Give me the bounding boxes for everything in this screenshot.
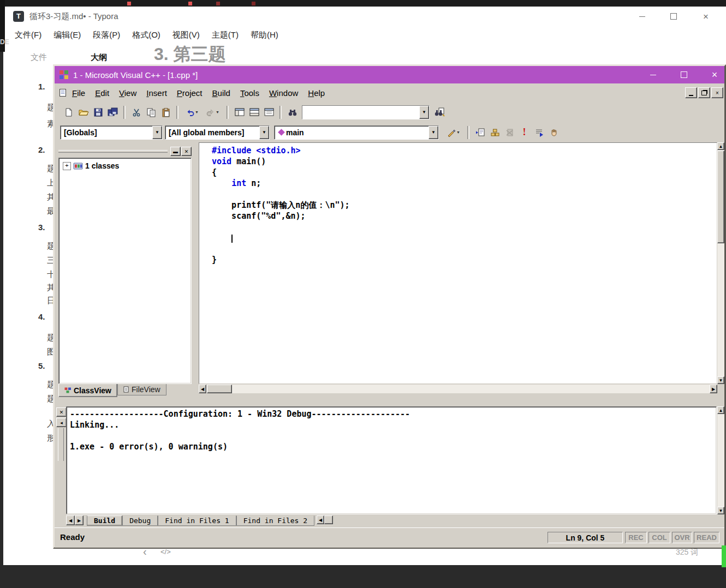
go-icon[interactable] (532, 125, 546, 140)
tab-scroll-left-arrow[interactable]: ◀ (66, 515, 75, 525)
build-icon[interactable] (487, 125, 502, 140)
document-icon[interactable] (58, 88, 67, 97)
typora-menu-item[interactable]: 主题(T) (206, 30, 245, 40)
find-tool-icon[interactable] (285, 105, 300, 119)
typora-minimize-button[interactable] (629, 7, 654, 26)
vcpp-menu-build[interactable]: Build (207, 88, 235, 98)
save-icon[interactable] (91, 105, 105, 119)
output-window-icon[interactable] (247, 105, 261, 119)
new-file-icon[interactable] (61, 105, 76, 119)
typora-menu-item[interactable]: 帮助(H) (245, 30, 284, 40)
undo-icon[interactable]: ▼ (182, 105, 203, 119)
typora-sidebar-tab-outline[interactable]: 大纲 (91, 52, 107, 63)
typora-titlebar[interactable]: T 循环3-习题.md• - Typora × (3, 7, 726, 26)
window-list-icon[interactable] (261, 105, 276, 119)
horizontal-splitter[interactable] (55, 399, 724, 406)
copy-icon[interactable] (144, 105, 158, 119)
vcpp-menu-tools[interactable]: Tools (235, 88, 264, 98)
chevron-down-icon[interactable]: ▼ (259, 126, 269, 139)
scroll-left-arrow[interactable]: ◀ (199, 385, 206, 393)
workspace-close-button[interactable]: ✕ (181, 147, 192, 156)
outline-item-fragment[interactable]: 1. (38, 82, 45, 91)
pane-drag-grip[interactable] (58, 428, 64, 461)
classview-tree[interactable]: + 1 classes (58, 158, 192, 384)
chevron-down-icon[interactable]: ▼ (195, 110, 199, 114)
members-combo[interactable]: [All global members] ▼ (165, 125, 270, 140)
output-tab-find-in-files-1[interactable]: Find in Files 1 (158, 515, 236, 526)
compile-icon[interactable] (473, 125, 487, 140)
vcpp-titlebar[interactable]: 1 - Microsoft Visual C++ - [1.cpp *] × (55, 66, 724, 83)
tab-classview[interactable]: ClassView (58, 384, 117, 397)
search-in-files-icon[interactable] (432, 105, 447, 119)
scrollbar-thumb[interactable] (207, 385, 232, 393)
scroll-up-arrow[interactable]: ▲ (717, 142, 724, 150)
chevron-down-icon[interactable]: ▼ (152, 126, 162, 139)
output-tab-debug[interactable]: Debug (122, 515, 158, 526)
vcpp-minimize-button[interactable] (643, 66, 663, 83)
output-tab-find-in-files-2[interactable]: Find in Files 2 (236, 515, 314, 526)
workspace-window-icon[interactable] (232, 105, 247, 119)
vcpp-menu-window[interactable]: Window (264, 88, 303, 98)
outline-item-fragment[interactable]: 4. (38, 312, 45, 321)
typora-scrollbar-thumb[interactable] (722, 545, 726, 567)
tab-scroll-right-arrow[interactable]: ▶ (75, 515, 84, 525)
breakpoint-hand-icon[interactable] (546, 125, 561, 140)
typora-menu-item[interactable]: 编辑(E) (47, 30, 87, 40)
pane-drag-grip[interactable] (58, 150, 168, 153)
output-close-button[interactable]: ✕ (56, 407, 67, 417)
chevron-down-icon[interactable]: ▼ (216, 110, 219, 114)
outline-item-fragment[interactable]: 3. (38, 223, 45, 232)
find-combo[interactable]: ▼ (302, 105, 430, 119)
typora-maximize-button[interactable] (661, 7, 686, 26)
mdi-close-button[interactable]: × (711, 87, 723, 98)
stop-build-icon[interactable] (502, 125, 517, 140)
save-all-icon[interactable] (105, 105, 120, 119)
chevron-down-icon[interactable]: ▼ (419, 106, 429, 119)
scroll-down-arrow[interactable]: ▼ (717, 376, 724, 384)
vcpp-menu-help[interactable]: Help (303, 88, 330, 98)
execute-icon[interactable]: ! (517, 125, 532, 140)
paste-icon[interactable] (158, 105, 173, 119)
output-vscrollbar[interactable]: ▲ ▼ (717, 406, 724, 514)
cut-icon[interactable] (129, 105, 144, 119)
wizard-action-button[interactable]: ▼ (443, 125, 464, 140)
tab-fileview[interactable]: FileView (117, 384, 166, 395)
typora-menu-item[interactable]: 格式(O) (126, 30, 166, 40)
vertical-splitter[interactable] (194, 142, 199, 399)
output-tab-build[interactable]: Build (87, 515, 122, 526)
mdi-restore-button[interactable] (698, 87, 710, 98)
scope-combo[interactable]: [Globals] ▼ (60, 125, 163, 140)
redo-icon[interactable]: ▼ (203, 105, 223, 119)
typora-menu-item[interactable]: 视图(V) (166, 30, 206, 40)
scroll-down-arrow[interactable]: ▼ (717, 507, 724, 514)
scroll-right-arrow[interactable]: ▶ (710, 385, 717, 393)
scroll-left-arrow[interactable]: ◀ (317, 515, 324, 524)
scrollbar-thumb[interactable] (324, 515, 333, 524)
vcpp-menu-file[interactable]: File (67, 88, 90, 98)
vcpp-menu-project[interactable]: Project (172, 88, 207, 98)
typora-menu-item[interactable]: 段落(P) (87, 30, 126, 40)
open-folder-icon[interactable] (76, 105, 91, 119)
tree-node-classes[interactable]: + 1 classes (59, 158, 191, 170)
source-mode-icon[interactable]: </> (160, 548, 171, 556)
outline-item-fragment[interactable]: 5. (38, 361, 45, 370)
typora-close-button[interactable]: × (693, 7, 718, 26)
vcpp-maximize-button[interactable] (674, 66, 694, 83)
pane-pin-button[interactable]: ▬ (170, 147, 181, 156)
vcpp-menu-edit[interactable]: Edit (90, 88, 114, 98)
vcpp-close-button[interactable]: × (705, 66, 724, 83)
vcpp-menu-insert[interactable]: Insert (141, 88, 172, 98)
outline-item-fragment[interactable]: 2. (38, 145, 45, 154)
output-hscrollbar[interactable]: ◀ (317, 515, 333, 524)
mdi-minimize-button[interactable] (685, 87, 697, 98)
chevron-down-icon[interactable]: ▼ (429, 126, 438, 139)
function-combo[interactable]: main ▼ (274, 125, 439, 140)
scroll-up-arrow[interactable]: ▲ (717, 406, 724, 414)
editor-hscrollbar[interactable]: ◀ ▶ (199, 385, 717, 393)
output-collapse-button[interactable]: ◂ (56, 418, 67, 427)
find-combo-input[interactable] (302, 106, 419, 119)
editor-vscrollbar[interactable]: ▲ ▼ (717, 142, 724, 384)
code-editor[interactable]: #include <stdio.h>void main(){ int n; pr… (199, 142, 717, 384)
chevron-down-icon[interactable]: ▼ (456, 130, 460, 134)
tree-expander-icon[interactable]: + (63, 162, 71, 170)
